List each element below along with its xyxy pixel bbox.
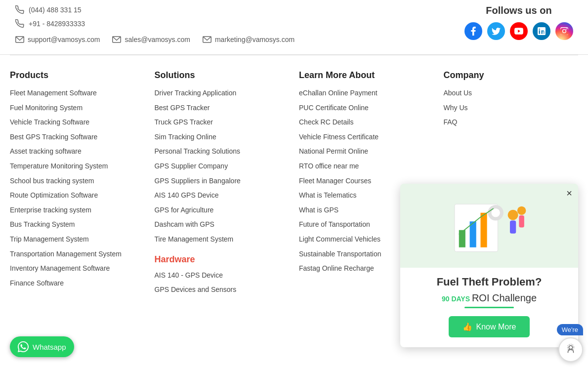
svg-rect-12 [519, 215, 524, 228]
list-item: Bus Tracking System [10, 220, 145, 230]
solution-link-sim[interactable]: Sim Tracking Online [155, 133, 216, 141]
list-item: Dashcam with GPS [155, 220, 290, 230]
learn-link-echallan[interactable]: eChallan Online Payment [299, 89, 378, 97]
solution-link-dashcam[interactable]: Dashcam with GPS [155, 220, 214, 228]
learn-link-telematics[interactable]: What is Telematics [299, 191, 356, 199]
learn-link-sustainable[interactable]: Sustainable Transportation [299, 250, 381, 258]
learn-link-fitness[interactable]: Vehicle Fitness Certificate [299, 133, 378, 141]
products-heading: Products [10, 70, 145, 81]
company-link-faq[interactable]: FAQ [444, 118, 458, 126]
company-link-about[interactable]: About Us [444, 89, 472, 97]
learn-heading: Learn More About [299, 70, 434, 81]
svg-rect-6 [481, 213, 487, 247]
products-list: Fleet Management Software Fuel Monitorin… [10, 88, 145, 288]
company-link-why[interactable]: Why Us [444, 104, 468, 112]
product-link-vehicle[interactable]: Vehicle Tracking Software [10, 118, 89, 126]
list-item: Temperature Monitoring System [10, 162, 145, 171]
list-item: Truck GPS Tracker [155, 118, 290, 127]
solution-link-driver[interactable]: Driver Tracking Application [155, 89, 237, 97]
list-item: Check RC Details [299, 118, 434, 127]
linkedin-icon[interactable] [533, 22, 550, 40]
popup-days: 90 DAYS [442, 295, 470, 303]
product-link-gps[interactable]: Best GPS Tracking Software [10, 133, 97, 141]
learn-link-lcv[interactable]: Light Commercial Vehicles [299, 235, 380, 243]
facebook-icon[interactable] [464, 22, 482, 40]
list-item: RTO office near me [299, 162, 434, 171]
list-item: Finance Software [10, 279, 145, 288]
svg-rect-10 [510, 221, 516, 234]
product-link-enterprise[interactable]: Enterprise tracking system [10, 206, 91, 214]
phone2-text: +91 - 8428933333 [29, 20, 85, 28]
list-item: Transportation Management System [10, 249, 145, 259]
products-column: Products Fleet Management Software Fuel … [10, 70, 145, 295]
product-link-asset[interactable]: Asset tracking software [10, 147, 82, 155]
list-item: Best GPS Tracker [155, 103, 290, 113]
learn-link-rc[interactable]: Check RC Details [299, 118, 353, 126]
solution-link-bestgps[interactable]: Best GPS Tracker [155, 104, 210, 112]
solution-link-tire[interactable]: Tire Management System [155, 235, 234, 243]
learn-link-fastag[interactable]: Fastag Online Recharge [299, 264, 374, 272]
product-link-temp[interactable]: Temperature Monitoring System [10, 162, 108, 170]
product-link-route[interactable]: Route Optimization Software [10, 191, 98, 199]
email2-item: sales@vamosys.com [112, 35, 190, 44]
product-link-finance[interactable]: Finance Software [10, 279, 64, 287]
hardware-list: AIS 140 - GPS Device GPS Devices and Sen… [155, 271, 290, 295]
list-item: AIS 140 GPS Device [155, 191, 290, 201]
list-item: Asset tracking software [10, 147, 145, 157]
email2-text: sales@vamosys.com [125, 36, 190, 43]
youtube-icon[interactable] [510, 22, 528, 40]
product-link-bus[interactable]: Bus Tracking System [10, 220, 75, 228]
phone2-icon [15, 19, 25, 29]
product-link-inventory[interactable]: Inventory Management Software [10, 264, 110, 272]
learn-link-puc[interactable]: PUC Certificate Online [299, 104, 369, 112]
list-item: Vehicle Fitness Certificate [299, 132, 434, 142]
social-section: Follows us on [464, 5, 573, 40]
popup-close-button[interactable]: × [566, 188, 572, 199]
phone1-text: (044) 488 331 15 [29, 6, 82, 14]
contact-left: (044) 488 331 15 +91 - 8428933333 suppor… [15, 5, 294, 44]
list-item: National Permit Online [299, 147, 434, 157]
list-item: GPS Supplier Company [155, 162, 290, 171]
learn-link-fleet[interactable]: Fleet Manager Courses [299, 177, 371, 185]
email1-text: support@vamosys.com [28, 36, 100, 43]
list-item: AIS 140 - GPS Device [155, 271, 290, 281]
solutions-column: Solutions Driver Tracking Application Be… [155, 70, 290, 295]
roi-illustration [445, 191, 534, 260]
solution-link-agri[interactable]: GPS for Agriculture [155, 206, 214, 214]
hardware-link-ais[interactable]: AIS 140 - GPS Device [155, 271, 223, 279]
product-link-school[interactable]: School bus tracking system [10, 177, 94, 185]
product-link-trip[interactable]: Trip Management System [10, 235, 89, 243]
solution-link-personal[interactable]: Personal Tracking Solutions [155, 147, 241, 155]
solution-link-truck[interactable]: Truck GPS Tracker [155, 118, 213, 126]
list-item: Sim Tracking Online [155, 132, 290, 142]
hardware-link-sensors[interactable]: GPS Devices and Sensors [155, 285, 237, 293]
fuel-theft-popup: × Fuel Theft Problem? 90 DAYS ROI Challe… [400, 184, 578, 305]
svg-point-11 [517, 206, 526, 215]
product-link-fleet[interactable]: Fleet Management Software [10, 89, 97, 97]
learn-link-rto[interactable]: RTO office near me [299, 162, 359, 170]
solution-link-bangalore[interactable]: GPS Suppliers in Bangalore [155, 177, 241, 185]
list-item: Route Optimization Software [10, 191, 145, 201]
popup-content: Fuel Theft Problem? 90 DAYS ROI Challeng… [400, 268, 578, 305]
product-link-fuel[interactable]: Fuel Monitoring System [10, 104, 83, 112]
svg-rect-4 [459, 230, 465, 247]
instagram-icon[interactable] [555, 22, 573, 40]
learn-link-gps[interactable]: What is GPS [299, 206, 338, 214]
solution-link-ais[interactable]: AIS 140 GPS Device [155, 191, 219, 199]
twitter-icon[interactable] [487, 22, 505, 40]
svg-point-9 [508, 210, 518, 220]
email-row: support@vamosys.com sales@vamosys.com [15, 35, 294, 44]
learn-link-future[interactable]: Future of Tansportation [299, 220, 370, 228]
phone1-icon [15, 5, 25, 15]
list-item: Inventory Management Software [10, 264, 145, 274]
list-item: PUC Certificate Online [299, 103, 434, 113]
list-item: Driver Tracking Application [155, 88, 290, 98]
list-item: GPS Suppliers in Bangalore [155, 176, 290, 186]
learn-link-permit[interactable]: National Permit Online [299, 147, 368, 155]
company-heading: Company [444, 70, 579, 81]
list-item: Trip Management System [10, 235, 145, 245]
product-link-transport[interactable]: Transportation Management System [10, 250, 122, 258]
email3-text: marketing@vamosys.com [215, 36, 294, 43]
email3-icon [202, 35, 212, 44]
solution-link-gpssupplier[interactable]: GPS Supplier Company [155, 162, 228, 170]
